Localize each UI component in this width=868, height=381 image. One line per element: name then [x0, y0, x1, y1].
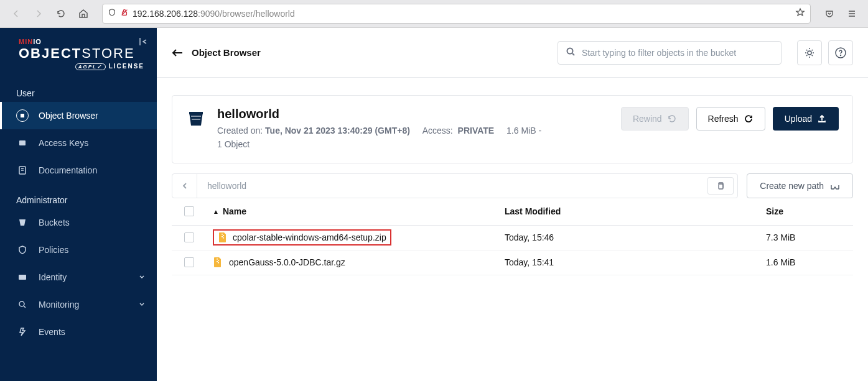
chevron-down-icon — [138, 300, 146, 310]
copy-path-button[interactable] — [707, 177, 734, 195]
browser-forward-button[interactable] — [30, 5, 47, 22]
bucket-name: helloworld — [217, 107, 610, 121]
new-path-icon — [830, 181, 840, 190]
browser-back-button[interactable] — [7, 5, 25, 22]
page-title[interactable]: Object Browser — [172, 47, 261, 58]
copy-icon — [716, 181, 725, 190]
svg-rect-19 — [189, 112, 203, 114]
column-header-modified[interactable]: Last Modified — [505, 206, 766, 216]
browser-home-button[interactable] — [75, 5, 92, 22]
browser-url-bar[interactable]: 192.168.206.128:9090/browser/helloworld — [102, 4, 811, 24]
create-new-path-button[interactable]: Create new path — [747, 173, 853, 198]
svg-point-18 — [841, 55, 841, 55]
sidebar-item-label: Identity — [39, 272, 67, 282]
browser-url-text: 192.168.206.128:9090/browser/helloworld — [133, 9, 791, 19]
sidebar-item-identity[interactable]: Identity — [0, 264, 157, 291]
column-header-name[interactable]: ▲ Name — [207, 206, 505, 216]
file-name: cpolar-stable-windows-amd64-setup.zip — [233, 232, 386, 242]
table-header: ▲ Name Last Modified Size — [172, 198, 853, 226]
bucket-large-icon — [186, 108, 206, 128]
svg-rect-28 — [218, 260, 219, 261]
svg-rect-23 — [222, 234, 223, 235]
svg-rect-24 — [223, 235, 224, 236]
sidebar-item-policies[interactable]: Policies — [0, 236, 157, 264]
sidebar-item-buckets[interactable]: Buckets — [0, 209, 157, 236]
sidebar-item-label: Buckets — [39, 218, 70, 227]
upload-icon — [817, 114, 827, 124]
upload-button[interactable]: Upload — [773, 107, 839, 131]
rewind-icon — [667, 114, 677, 124]
topbar: Object Browser — [157, 28, 868, 78]
breadcrumb-back-button[interactable] — [172, 173, 197, 198]
events-icon — [16, 326, 29, 338]
collapse-sidebar-icon[interactable] — [138, 37, 148, 48]
svg-rect-11 — [19, 275, 26, 280]
policies-icon — [16, 244, 29, 256]
search-icon — [566, 47, 576, 59]
svg-rect-30 — [218, 262, 219, 264]
file-modified: Today, 15:46 — [505, 232, 766, 242]
svg-rect-22 — [719, 184, 723, 189]
sidebar-item-object-browser[interactable]: Object Browser — [0, 102, 157, 129]
svg-rect-29 — [217, 261, 218, 262]
bucket-info-card: helloworld Created on: Tue, Nov 21 2023 … — [172, 95, 853, 163]
svg-rect-7 — [19, 140, 26, 145]
main-content: Object Browser — [157, 28, 868, 381]
search-input[interactable] — [582, 48, 773, 58]
chevron-down-icon — [138, 272, 146, 282]
help-icon — [834, 47, 847, 59]
breadcrumb: helloworld — [172, 173, 738, 198]
refresh-button[interactable]: Refresh — [696, 107, 765, 131]
hamburger-menu-icon[interactable] — [843, 5, 861, 22]
sidebar-item-label: Documentation — [39, 165, 97, 175]
row-checkbox[interactable] — [184, 257, 194, 267]
sidebar-item-label: Monitoring — [39, 300, 79, 310]
file-modified: Today, 15:41 — [505, 257, 766, 267]
sidebar-item-label: Access Keys — [39, 138, 88, 148]
help-button[interactable] — [828, 40, 853, 65]
table-row[interactable]: openGauss-5.0.0-JDBC.tar.gzToday, 15:411… — [172, 250, 853, 275]
sidebar-logo: MINIO OBJECTSTORE AGPL✓ LICENSE — [0, 28, 157, 77]
column-header-size[interactable]: Size — [766, 206, 853, 216]
svg-rect-26 — [223, 237, 224, 239]
sidebar-item-label: Events — [39, 327, 65, 337]
sidebar-item-documentation[interactable]: Documentation — [0, 157, 157, 184]
identity-icon — [16, 271, 29, 283]
svg-point-16 — [808, 51, 811, 55]
shield-icon — [108, 8, 116, 19]
star-icon[interactable] — [795, 7, 805, 20]
settings-button[interactable] — [797, 40, 822, 65]
key-icon — [16, 137, 29, 149]
browser-reload-button[interactable] — [52, 5, 70, 22]
bucket-icon — [16, 216, 29, 229]
sidebar-item-label: Object Browser — [39, 111, 98, 121]
svg-point-14 — [567, 48, 573, 53]
breadcrumb-path[interactable]: helloworld — [197, 181, 707, 191]
objects-table: ▲ Name Last Modified Size cpolar-stable-… — [172, 198, 853, 275]
pocket-icon[interactable] — [821, 5, 838, 22]
sort-asc-icon: ▲ — [213, 208, 219, 215]
browser-toolbar: 192.168.206.128:9090/browser/helloworld — [0, 0, 868, 28]
rewind-button: Rewind — [621, 107, 689, 131]
row-checkbox[interactable] — [184, 232, 194, 242]
file-zip-icon — [213, 257, 223, 268]
svg-point-12 — [19, 301, 24, 306]
lock-insecure-icon — [120, 8, 129, 19]
svg-line-15 — [572, 53, 574, 55]
table-row[interactable]: cpolar-stable-windows-amd64-setup.zipTod… — [172, 226, 853, 250]
nav-section-admin: Administrator — [0, 184, 157, 209]
svg-rect-6 — [21, 114, 24, 117]
monitoring-icon — [16, 298, 29, 311]
sidebar-item-access-keys[interactable]: Access Keys — [0, 129, 157, 157]
file-zip-icon — [218, 232, 228, 243]
gear-icon — [803, 47, 816, 59]
sidebar: MINIO OBJECTSTORE AGPL✓ LICENSE User Obj… — [0, 28, 157, 381]
svg-rect-27 — [217, 259, 218, 260]
sidebar-item-events[interactable]: Events — [0, 318, 157, 346]
sidebar-item-monitoring[interactable]: Monitoring — [0, 291, 157, 318]
file-name: openGauss-5.0.0-JDBC.tar.gz — [229, 257, 345, 267]
search-input-container[interactable] — [558, 41, 782, 65]
refresh-icon — [744, 114, 754, 124]
arrow-left-icon — [172, 48, 183, 57]
select-all-checkbox[interactable] — [184, 206, 194, 216]
